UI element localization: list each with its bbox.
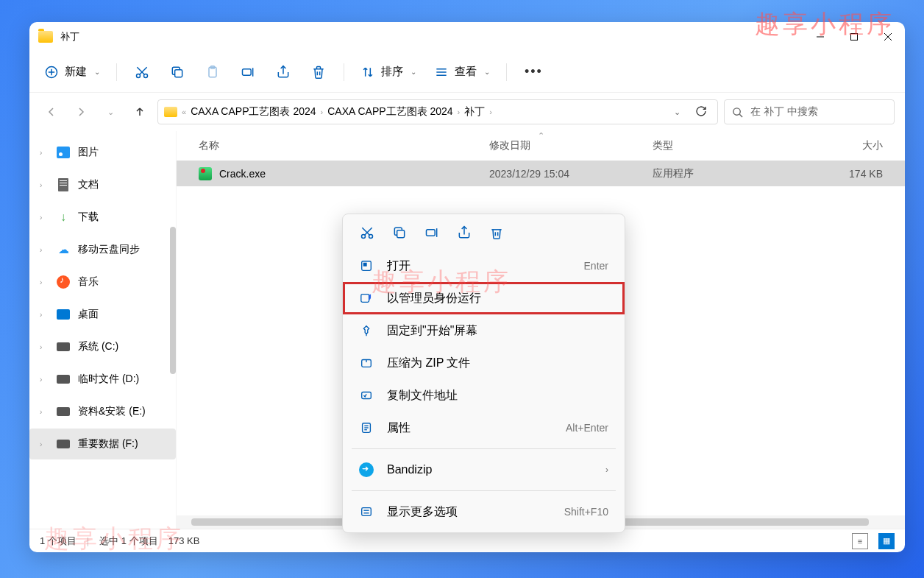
details-view-button[interactable]: ≡ <box>852 533 868 549</box>
ctx-copy-path[interactable]: 复制文件地址 <box>343 379 625 412</box>
share-icon[interactable] <box>456 225 472 241</box>
breadcrumb-item[interactable]: CAXA CAPP工艺图表 2024 <box>327 105 452 119</box>
rename-button[interactable] <box>232 59 264 85</box>
folder-icon <box>164 107 177 117</box>
up-button[interactable] <box>128 100 152 124</box>
sidebar: ›图片 ›文档 ›↓下载 ›☁移动云盘同步 ›音乐 ›桌面 ›系统 (C:) ›… <box>29 131 177 529</box>
file-row[interactable]: Crack.exe 2023/12/29 15:04 应用程序 174 KB <box>177 161 905 186</box>
column-size[interactable]: 大小 <box>779 139 905 152</box>
window-title: 补丁 <box>60 30 79 43</box>
pin-icon <box>359 323 374 338</box>
cloud-icon: ☁ <box>56 244 71 255</box>
ctx-bandizip[interactable]: Bandizip› <box>343 454 625 486</box>
sidebar-item-drive-d[interactable]: ›临时文件 (D:) <box>29 364 176 395</box>
breadcrumb-item[interactable]: CAXA CAPP工艺图表 2024 <box>191 105 316 119</box>
sidebar-item-downloads[interactable]: ›↓下载 <box>29 202 176 233</box>
sidebar-item-documents[interactable]: ›文档 <box>29 169 176 200</box>
drive-icon <box>57 440 70 448</box>
properties-icon <box>359 420 374 435</box>
context-menu: 打开Enter 以管理员身份运行 固定到"开始"屏幕 压缩为 ZIP 文件 复制… <box>342 214 625 533</box>
scrollbar[interactable] <box>170 227 176 374</box>
svg-rect-27 <box>427 230 436 236</box>
selected-count: 选中 1 个项目 <box>99 535 157 548</box>
document-icon <box>58 178 68 191</box>
ctx-more-options[interactable]: 显示更多选项Shift+F10 <box>343 496 625 528</box>
bandizip-icon <box>359 462 374 477</box>
music-icon <box>57 275 70 289</box>
folder-icon <box>38 31 53 43</box>
svg-rect-14 <box>243 68 252 74</box>
file-type: 应用程序 <box>653 167 779 180</box>
new-button[interactable]: 新建⌄ <box>37 59 107 85</box>
sort-button[interactable]: 排序⌄ <box>353 59 424 85</box>
column-date[interactable]: 修改日期 <box>489 139 653 152</box>
ctx-run-admin[interactable]: 以管理员身份运行 <box>343 282 625 314</box>
maximize-button[interactable] <box>837 22 871 52</box>
chevron-left-icon: « <box>182 108 186 116</box>
address-dropdown[interactable]: ⌄ <box>668 108 686 117</box>
sidebar-item-drive-f[interactable]: ›重要数据 (F:) <box>29 429 176 459</box>
navbar: ⌄ « CAXA CAPP工艺图表 2024 › CAXA CAPP工艺图表 2… <box>29 93 905 131</box>
sidebar-item-drive-c[interactable]: ›系统 (C:) <box>29 331 176 362</box>
column-type[interactable]: 类型 <box>653 139 779 152</box>
delete-button[interactable] <box>302 59 335 85</box>
svg-rect-1 <box>851 34 858 40</box>
chevron-right-icon: › <box>489 108 492 116</box>
path-icon <box>359 388 374 403</box>
breadcrumb-item[interactable]: 补丁 <box>464 105 485 119</box>
sidebar-item-desktop[interactable]: ›桌面 <box>29 299 176 330</box>
svg-rect-11 <box>175 69 182 77</box>
refresh-button[interactable] <box>691 105 711 119</box>
copy-icon[interactable] <box>391 225 408 241</box>
pictures-icon <box>57 147 70 158</box>
desktop-icon <box>57 309 70 320</box>
ctx-zip[interactable]: 压缩为 ZIP 文件 <box>343 347 625 379</box>
forward-button[interactable] <box>69 100 93 124</box>
more-icon <box>359 504 374 519</box>
item-count: 1 个项目 <box>40 535 77 548</box>
address-bar[interactable]: « CAXA CAPP工艺图表 2024 › CAXA CAPP工艺图表 202… <box>157 99 718 124</box>
cut-button[interactable] <box>126 59 158 85</box>
drive-icon <box>57 375 70 384</box>
titlebar: 补丁 <box>29 22 905 52</box>
svg-point-20 <box>733 108 740 114</box>
file-name: Crack.exe <box>219 168 489 180</box>
drive-icon <box>57 342 70 351</box>
ctx-pin-start[interactable]: 固定到"开始"屏幕 <box>343 314 625 347</box>
svg-rect-31 <box>363 263 366 266</box>
rename-icon[interactable] <box>424 225 440 241</box>
more-button[interactable]: ••• <box>516 59 552 85</box>
svg-rect-26 <box>397 230 405 238</box>
svg-line-21 <box>739 114 742 117</box>
sidebar-item-pictures[interactable]: ›图片 <box>29 137 176 168</box>
toolbar: 新建⌄ 排序⌄ 查看⌄ ••• <box>29 52 905 93</box>
view-button[interactable]: 查看⌄ <box>427 59 497 85</box>
shield-icon <box>359 291 374 306</box>
sort-indicator-icon: ⌃ <box>538 131 544 141</box>
paste-button[interactable] <box>196 59 229 85</box>
minimize-button[interactable] <box>803 22 837 52</box>
column-name[interactable]: 名称 <box>199 139 489 152</box>
ctx-properties[interactable]: 属性Alt+Enter <box>343 412 625 444</box>
sidebar-item-drive-e[interactable]: ›资料&安装 (E:) <box>29 396 176 427</box>
selected-size: 173 KB <box>168 535 200 546</box>
icons-view-button[interactable]: ▦ <box>878 533 895 549</box>
close-button[interactable] <box>871 22 905 52</box>
chevron-right-icon: › <box>458 108 461 116</box>
share-button[interactable] <box>267 59 299 85</box>
search-input[interactable]: 在 补丁 中搜索 <box>724 99 895 124</box>
sidebar-item-music[interactable]: ›音乐 <box>29 267 176 297</box>
cut-icon[interactable] <box>359 225 375 241</box>
copy-button[interactable] <box>161 59 193 85</box>
sidebar-item-cloud[interactable]: ›☁移动云盘同步 <box>29 234 176 265</box>
svg-rect-36 <box>362 392 372 399</box>
delete-icon[interactable] <box>488 225 505 241</box>
ctx-open[interactable]: 打开Enter <box>343 250 625 282</box>
back-button[interactable] <box>40 100 63 124</box>
chevron-right-icon: › <box>321 108 324 116</box>
recent-button[interactable]: ⌄ <box>99 100 122 124</box>
exe-icon <box>199 167 212 180</box>
zip-icon <box>359 356 374 370</box>
file-date: 2023/12/29 15:04 <box>489 168 653 180</box>
open-icon <box>359 258 374 273</box>
